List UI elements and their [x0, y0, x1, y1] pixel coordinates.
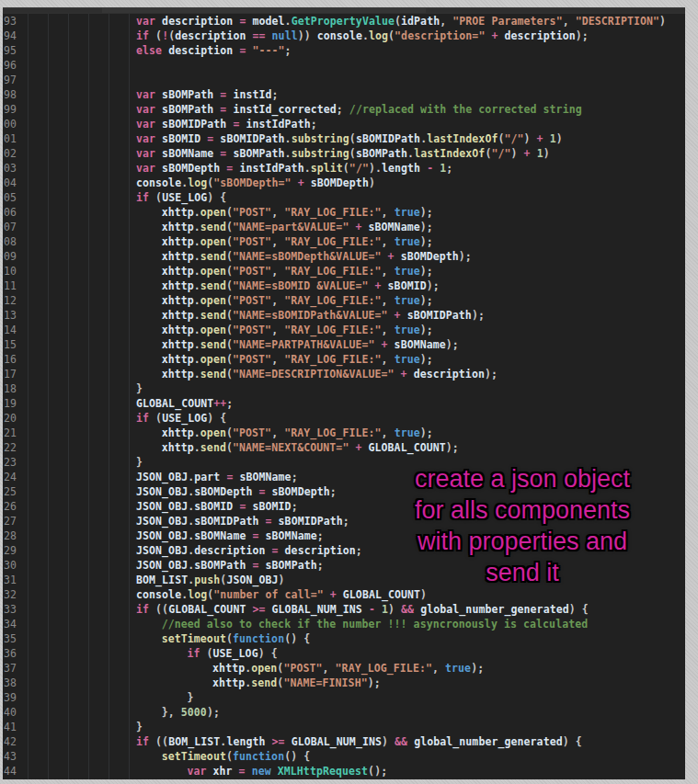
- code-text: xhttp.open("POST", "RAY_LOG_FILE:", true…: [18, 293, 433, 308]
- line-number: 02: [3, 146, 18, 161]
- code-line[interactable]: 34//need also to check if the number !!!…: [3, 617, 685, 631]
- code-text: if (!(description == null)) console.log(…: [18, 28, 589, 43]
- line-number: 44: [3, 764, 18, 778]
- code-text: //need also to check if the number !!! a…: [18, 617, 588, 631]
- code-text: var sBOMDepth = instIdPath.split("/").le…: [18, 161, 452, 176]
- code-line[interactable]: 39}: [3, 690, 685, 705]
- code-text: xhttp.send("NAME=sBOMDepth&VALUE=" + sBO…: [18, 249, 472, 264]
- code-line[interactable]: 11xhttp.send("NAME=sBOMID &VALUE=" + sBO…: [3, 278, 685, 293]
- line-number: 27: [3, 514, 18, 528]
- line-number: 31: [3, 573, 18, 587]
- top-bar-highlight: [102, 8, 426, 13]
- editor-top-bar: [3, 7, 685, 14]
- line-number: 20: [3, 411, 18, 426]
- code-text: }: [18, 455, 143, 470]
- code-line[interactable]: 10xhttp.open("POST", "RAY_LOG_FILE:", tr…: [3, 264, 685, 278]
- code-text: xhttp.open("POST", "RAY_LOG_FILE:", true…: [18, 661, 484, 676]
- code-area[interactable]: 93var description = model.GetPropertyVal…: [3, 14, 685, 779]
- code-text: console.log("sBOMDepth=" + sBOMDepth): [18, 176, 375, 190]
- annotation-line: send it: [384, 557, 660, 588]
- code-line[interactable]: 43setTimeout(function() {: [3, 749, 685, 764]
- code-text: JSON_OBJ.sBOMID = sBOMID;: [18, 499, 298, 514]
- code-line[interactable]: 16xhttp.open("POST", "RAY_LOG_FILE:", tr…: [3, 352, 685, 367]
- code-line[interactable]: 08xhttp.open("POST", "RAY_LOG_FILE:", tr…: [3, 234, 685, 249]
- code-line[interactable]: 22xhttp.send("NAME=NEXT&COUNT=" + GLOBAL…: [3, 440, 685, 455]
- line-number: 30: [3, 558, 18, 573]
- code-line[interactable]: 05if (USE_LOG) {: [3, 190, 685, 205]
- code-line[interactable]: 99var sBOMPath = instId_corrected; //rep…: [3, 102, 685, 117]
- code-line[interactable]: 42if ((BOM_LIST.length >= GLOBAL_NUM_INS…: [3, 734, 685, 749]
- code-line[interactable]: 15xhttp.send("NAME=PARTPATH&VALUE=" + sB…: [3, 337, 685, 352]
- code-line[interactable]: 01var sBOMID = sBOMIDPath.substring(sBOM…: [3, 131, 685, 146]
- code-line[interactable]: 20if (USE_LOG) {: [3, 411, 685, 426]
- annotation-line: create a json object: [384, 463, 660, 494]
- code-text: var xhr = new XMLHttpRequest();: [18, 764, 387, 778]
- code-line[interactable]: 02var sBOMName = sBOMPath.substring(sBOM…: [3, 146, 685, 161]
- code-text: var sBOMPath = instId_corrected; //repla…: [18, 102, 582, 117]
- code-line[interactable]: 38xhttp.send("NAME=FINISH");: [3, 676, 685, 690]
- code-text: xhttp.open("POST", "RAY_LOG_FILE:", true…: [18, 205, 433, 220]
- code-text: setTimeout(function() {: [18, 631, 310, 646]
- code-line[interactable]: 06xhttp.open("POST", "RAY_LOG_FILE:", tr…: [3, 205, 685, 220]
- line-number: 28: [3, 528, 18, 543]
- code-line[interactable]: 03var sBOMDepth = instIdPath.split("/").…: [3, 161, 685, 176]
- code-editor: 93var description = model.GetPropertyVal…: [3, 7, 685, 779]
- line-number: 09: [3, 249, 18, 264]
- line-number: 04: [3, 176, 18, 190]
- code-line[interactable]: 37xhttp.open("POST", "RAY_LOG_FILE:", tr…: [3, 661, 685, 676]
- line-number: 10: [3, 264, 18, 278]
- code-text: JSON_OBJ.description = description;: [18, 543, 362, 558]
- line-number: 32: [3, 587, 18, 602]
- code-line[interactable]: 04console.log("sBOMDepth=" + sBOMDepth): [3, 176, 685, 190]
- code-lines: 93var description = model.GetPropertyVal…: [3, 14, 685, 778]
- code-line[interactable]: 33if ((GLOBAL_COUNT >= GLOBAL_NUM_INS - …: [3, 602, 685, 617]
- code-text: xhttp.open("POST", "RAY_LOG_FILE:", true…: [18, 234, 433, 249]
- line-number: 23: [3, 455, 18, 470]
- code-line[interactable]: 44var xhr = new XMLHttpRequest();: [3, 764, 685, 778]
- line-number: 05: [3, 190, 18, 205]
- code-line[interactable]: 98var sBOMPath = instId;: [3, 87, 685, 102]
- code-line[interactable]: 36if (USE_LOG) {: [3, 646, 685, 661]
- line-number: 29: [3, 543, 18, 558]
- line-number: 35: [3, 631, 18, 646]
- code-line[interactable]: 21xhttp.open("POST", "RAY_LOG_FILE:", tr…: [3, 426, 685, 440]
- code-line[interactable]: 41}: [3, 720, 685, 734]
- line-number: 06: [3, 205, 18, 220]
- code-text: var sBOMName = sBOMPath.substring(sBOMPa…: [18, 146, 550, 161]
- code-text: xhttp.send("NAME=sBOMIDPath&VALUE=" + sB…: [18, 308, 485, 323]
- code-line[interactable]: 13xhttp.send("NAME=sBOMIDPath&VALUE=" + …: [3, 308, 685, 323]
- code-line[interactable]: 14xhttp.open("POST", "RAY_LOG_FILE:", tr…: [3, 323, 685, 337]
- code-line[interactable]: 17xhttp.send("NAME=DESCRIPTION&VALUE=" +…: [3, 367, 685, 381]
- code-line[interactable]: 19GLOBAL_COUNT++;: [3, 396, 685, 411]
- code-text: JSON_OBJ.sBOMDepth = sBOMDepth;: [18, 484, 337, 499]
- code-line[interactable]: 97: [3, 73, 685, 87]
- line-number: 41: [3, 720, 18, 734]
- line-number: 19: [3, 396, 18, 411]
- code-line[interactable]: 40}, 5000);: [3, 705, 685, 720]
- code-line[interactable]: 96: [3, 58, 685, 73]
- line-number: 34: [3, 617, 18, 631]
- code-line[interactable]: 93var description = model.GetPropertyVal…: [3, 14, 685, 28]
- line-number: 25: [3, 484, 18, 499]
- code-line[interactable]: 18}: [3, 381, 685, 396]
- code-line[interactable]: 95else desciption = "---";: [3, 43, 685, 58]
- code-line[interactable]: 00var sBOMIDPath = instIdPath;: [3, 117, 685, 131]
- code-line[interactable]: 35setTimeout(function() {: [3, 631, 685, 646]
- line-number: 94: [3, 28, 18, 43]
- line-number: 38: [3, 676, 18, 690]
- code-text: var sBOMPath = instId;: [18, 87, 279, 102]
- code-line[interactable]: 94if (!(description == null)) console.lo…: [3, 28, 685, 43]
- code-line[interactable]: 12xhttp.open("POST", "RAY_LOG_FILE:", tr…: [3, 293, 685, 308]
- code-text: xhttp.open("POST", "RAY_LOG_FILE:", true…: [18, 352, 433, 367]
- code-text: var sBOMIDPath = instIdPath;: [18, 117, 317, 131]
- code-text: xhttp.send("NAME=PARTPATH&VALUE=" + sBOM…: [18, 337, 459, 352]
- annotation-line: for alls components: [384, 494, 660, 526]
- line-number: 99: [3, 102, 18, 117]
- code-text: }: [18, 381, 143, 396]
- line-number: 00: [3, 117, 18, 131]
- code-line[interactable]: 07xhttp.send("NAME=part&VALUE=" + sBOMNa…: [3, 220, 685, 234]
- line-number: 24: [3, 470, 18, 484]
- code-line[interactable]: 32console.log("number of call=" + GLOBAL…: [3, 587, 685, 602]
- code-line[interactable]: 09xhttp.send("NAME=sBOMDepth&VALUE=" + s…: [3, 249, 685, 264]
- code-text: JSON_OBJ.sBOMName = sBOMName;: [18, 528, 324, 543]
